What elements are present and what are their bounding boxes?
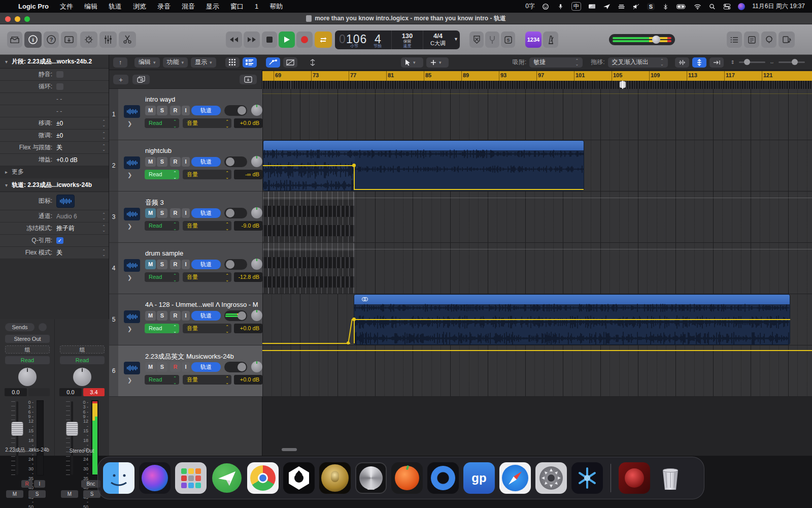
forward-button[interactable] (244, 31, 260, 48)
dock-safari-icon[interactable] (499, 462, 531, 494)
dock-settings-icon[interactable] (535, 462, 567, 494)
track-on-off-toggle[interactable] (224, 105, 247, 116)
dock-finder-icon[interactable] (103, 462, 134, 494)
quick-help-icon[interactable]: ? (44, 31, 59, 48)
volume-value[interactable]: 0.0 (59, 388, 82, 396)
disclosure-icon[interactable]: ❯ (127, 120, 132, 127)
display-icon[interactable] (588, 4, 596, 10)
track-on-off-toggle[interactable] (224, 310, 247, 321)
track-channel-button[interactable]: 轨道 (191, 106, 221, 115)
track-record-button[interactable]: R (170, 311, 181, 321)
paperplane-icon[interactable] (603, 4, 611, 10)
track-icon[interactable] (124, 259, 140, 272)
menu-1[interactable]: 1 (255, 3, 258, 10)
empty-area-below-tracks[interactable] (262, 397, 812, 456)
track-inspector-header[interactable]: ▾轨道: 2.23成品...icworks-24b (0, 178, 109, 192)
dock-launchpad-icon[interactable] (175, 462, 207, 494)
mic-icon[interactable] (557, 4, 564, 10)
track-icon[interactable] (124, 310, 140, 323)
dock-fl-studio-icon[interactable] (391, 462, 423, 494)
track-mute-button[interactable]: M (145, 311, 156, 321)
track-list-view-icon[interactable] (243, 57, 257, 68)
mixer-icon[interactable] (99, 31, 117, 48)
track-header-row[interactable]: 1 intro wayd M S R I 轨道 ❯ Read⌃⌄ 音量⌃⌄ +0… (109, 89, 262, 140)
automation-parameter-select[interactable]: 音量⌃⌄ (183, 375, 231, 385)
track-header-row[interactable]: 2 nightclub M S R I 轨道 ❯ Read⌃⌄ 音量⌃⌄ -∞ … (109, 140, 262, 192)
volume-automation-line[interactable] (262, 350, 812, 351)
region-inspector-float-icon[interactable] (306, 57, 320, 68)
track-pan-knob[interactable] (251, 310, 262, 321)
track-pan-knob[interactable] (251, 207, 262, 218)
track-name[interactable]: 2.23成品英文 Musicworks-24b (145, 352, 259, 361)
volume-automation-floor[interactable] (354, 189, 584, 190)
track-volume-value[interactable]: -12.8 dB (234, 272, 262, 282)
grid-view-icon[interactable] (225, 57, 240, 68)
gain-value[interactable]: +0.0 dB (56, 156, 78, 164)
bluetooth-icon[interactable] (662, 4, 669, 10)
track-mute-button[interactable]: M (145, 260, 156, 269)
disclosure-icon[interactable]: ❯ (127, 326, 132, 332)
wifi-icon[interactable] (694, 4, 701, 10)
pointer-tool-button[interactable]: ▾ (401, 57, 423, 68)
tuner-icon[interactable] (485, 31, 499, 48)
track-on-off-toggle[interactable] (224, 362, 247, 372)
track-name[interactable]: nightclub (145, 147, 259, 154)
automation-parameter-select[interactable]: 音量⌃⌄ (183, 170, 231, 179)
dock-silver-knob-app-icon[interactable] (355, 462, 387, 494)
freeze-mode-value[interactable]: 推子前 (56, 224, 75, 233)
dock-trash-icon[interactable] (655, 462, 686, 494)
group-slot[interactable]: 组 (5, 345, 50, 354)
lcd-position-section[interactable]: 0 106 4 小节 节拍 (335, 30, 392, 49)
output-slot[interactable]: Stereo Out (5, 335, 50, 343)
track-channel-button[interactable]: 轨道 (191, 260, 221, 269)
lcd-tempo-section[interactable]: 130 保留 速度 (392, 30, 423, 49)
lcd-signature-section[interactable]: 4/4 C大调 ▼ (423, 30, 460, 49)
dock-siri-icon[interactable] (139, 462, 171, 494)
track-mute-button[interactable]: M (145, 157, 156, 167)
track-pan-knob[interactable] (251, 361, 262, 372)
volume-automation-edge[interactable] (354, 319, 355, 343)
menu-mix[interactable]: 混音 (182, 2, 195, 11)
track-volume-value[interactable]: -∞ dB (234, 170, 262, 179)
loop-checkbox[interactable] (56, 83, 63, 90)
duplicate-track-button[interactable] (132, 75, 150, 84)
menu-record[interactable]: 录音 (157, 2, 171, 11)
dock-blue-ring-app-icon[interactable] (427, 462, 459, 494)
menu-window[interactable]: 窗口 (230, 2, 244, 11)
track-record-button[interactable]: R (170, 260, 181, 269)
horizontal-scrollbar[interactable] (282, 448, 297, 451)
track-channel-button[interactable]: 轨道 (191, 208, 221, 218)
automation-parameter-select[interactable]: 音量⌃⌄ (183, 221, 231, 231)
track-input-button[interactable]: I (182, 208, 190, 218)
rewind-button[interactable] (226, 31, 242, 48)
track-solo-button[interactable]: S (157, 260, 167, 269)
count-in-button[interactable]: 1234 (525, 31, 542, 48)
track-on-off-toggle[interactable] (224, 259, 247, 270)
dock-snowflake-app-icon[interactable] (571, 462, 603, 494)
media-browser-icon[interactable] (779, 31, 795, 48)
record-button[interactable] (296, 31, 313, 48)
disclosure-icon[interactable]: ❯ (127, 223, 132, 230)
track-solo-button[interactable]: S (157, 208, 167, 218)
track-header-row[interactable]: 4 drum sample M S R I 轨道 ❯ Read⌃⌄ 音量⌃⌄ -… (109, 243, 262, 294)
volume-automation-drop[interactable] (354, 165, 355, 189)
snap-select[interactable]: 敏捷⌃⌄ (529, 57, 583, 68)
loop-browser-icon[interactable] (761, 31, 776, 48)
horizontal-zoom-slider[interactable] (779, 61, 805, 63)
track-on-off-toggle[interactable] (224, 156, 247, 167)
vertical-zoom-slider[interactable] (739, 61, 765, 63)
fader-track[interactable] (16, 401, 18, 475)
mute-checkbox[interactable] (56, 71, 63, 78)
play-button[interactable] (279, 31, 295, 48)
track-on-off-toggle[interactable] (224, 208, 247, 218)
scissors-icon[interactable] (119, 31, 136, 48)
region-drum-slices[interactable] (263, 243, 354, 294)
dock-guitar-pro-icon[interactable]: gp (463, 462, 495, 494)
master-volume-slider[interactable] (609, 34, 675, 45)
track-solo-button[interactable]: S (157, 362, 167, 372)
minimize-window-button[interactable] (15, 16, 20, 22)
view-menu-button[interactable]: 显示▾ (191, 57, 216, 68)
volume-automation-line[interactable] (262, 93, 812, 94)
track-channel-button[interactable]: 轨道 (191, 362, 221, 372)
track-input-button[interactable]: I (182, 157, 190, 167)
